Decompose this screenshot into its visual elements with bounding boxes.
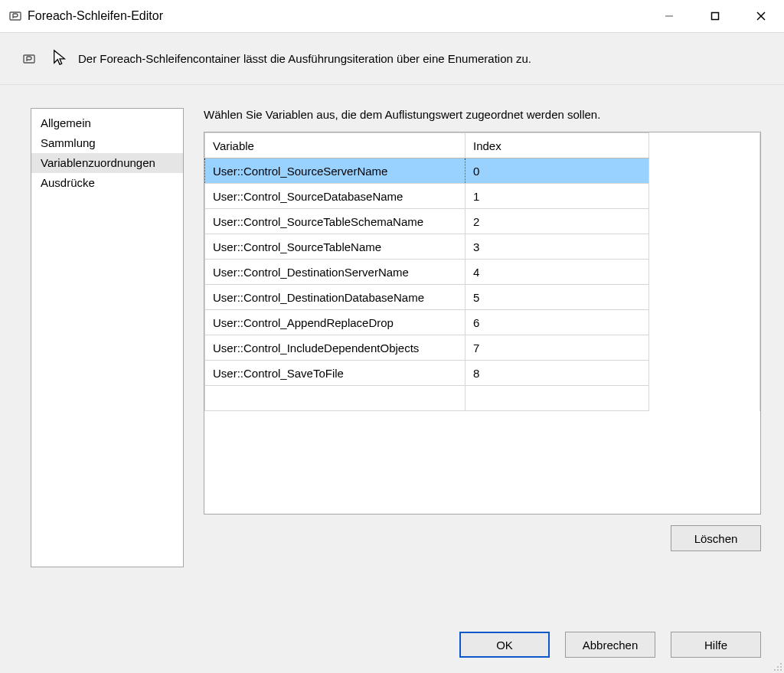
close-button[interactable] (738, 0, 784, 32)
svg-point-7 (777, 666, 779, 668)
padding-cell (649, 260, 760, 285)
titlebar: Foreach-Schleifen-Editor (0, 0, 784, 33)
svg-point-10 (777, 669, 779, 671)
table-row[interactable]: User::Control_IncludeDependentObjects7 (205, 335, 760, 361)
foreach-container-icon (23, 53, 35, 65)
index-cell[interactable]: 3 (466, 234, 649, 260)
index-cell[interactable]: 1 (466, 184, 649, 209)
variable-mapping-panel: Wählen Sie Variablen aus, die dem Auflis… (204, 108, 761, 613)
variable-cell[interactable]: User::Control_DestinationDatabaseName (205, 285, 466, 310)
sidebar-item[interactable]: Ausdrücke (31, 173, 183, 193)
padding-cell (649, 285, 760, 310)
svg-point-11 (780, 669, 782, 671)
column-header-variable[interactable]: Variable (205, 133, 466, 158)
ok-button[interactable]: OK (459, 632, 550, 658)
instruction-text: Wählen Sie Variablen aus, die dem Auflis… (204, 108, 761, 121)
variable-cell[interactable]: User::Control_DestinationServerName (205, 260, 466, 285)
variable-cell[interactable]: User::Control_SourceServerName (205, 158, 466, 184)
dialog-window: Foreach-Schleifen-Editor Der Foreach-Sch… (0, 0, 784, 673)
foreach-container-icon (9, 10, 21, 22)
table-row[interactable]: User::Control_SourceTableSchemaName2 (205, 209, 760, 234)
variable-grid[interactable]: Variable Index User::Control_SourceServe… (204, 132, 761, 515)
variable-cell[interactable]: User::Control_IncludeDependentObjects (205, 335, 466, 361)
padding-cell (649, 209, 760, 234)
padding-cell (649, 310, 760, 335)
padding-cell (649, 184, 760, 209)
index-cell[interactable]: 2 (466, 209, 649, 234)
minimize-button[interactable] (646, 0, 692, 32)
window-title: Foreach-Schleifen-Editor (28, 9, 163, 23)
delete-button[interactable]: Löschen (671, 525, 761, 551)
padding-cell (649, 158, 760, 184)
category-sidebar: AllgemeinSammlungVariablenzuordnungenAus… (31, 108, 184, 567)
index-cell[interactable]: 8 (466, 361, 649, 386)
table-row[interactable]: User::Control_SourceDatabaseName1 (205, 184, 760, 209)
title-controls (646, 0, 784, 32)
variable-cell[interactable]: User::Control_SourceTableSchemaName (205, 209, 466, 234)
help-button[interactable]: Hilfe (671, 632, 761, 658)
variable-cell[interactable]: User::Control_AppendReplaceDrop (205, 310, 466, 335)
column-header-padding (649, 133, 760, 158)
svg-point-9 (774, 669, 776, 671)
dialog-body: AllgemeinSammlungVariablenzuordnungenAus… (0, 85, 784, 673)
padding-cell (649, 234, 760, 260)
description-text: Der Foreach-Schleifencontainer lässt die… (78, 52, 531, 65)
description-strip: Der Foreach-Schleifencontainer lässt die… (0, 33, 784, 85)
sidebar-item[interactable]: Sammlung (31, 133, 183, 153)
maximize-button[interactable] (692, 0, 738, 32)
variable-cell[interactable]: User::Control_SourceDatabaseName (205, 184, 466, 209)
padding-cell (649, 361, 760, 386)
variable-cell[interactable]: User::Control_SaveToFile (205, 361, 466, 386)
dialog-footer: OK Abbrechen Hilfe (31, 613, 761, 658)
index-cell[interactable]: 7 (466, 335, 649, 361)
table-row[interactable]: User::Control_AppendReplaceDrop6 (205, 310, 760, 335)
table-row[interactable]: User::Control_DestinationDatabaseName5 (205, 285, 760, 310)
index-cell[interactable]: 0 (466, 158, 649, 184)
sidebar-item[interactable]: Allgemein (31, 113, 183, 133)
table-row[interactable]: User::Control_SourceTableName3 (205, 234, 760, 260)
sidebar-item[interactable]: Variablenzuordnungen (31, 153, 183, 173)
table-row[interactable]: User::Control_DestinationServerName4 (205, 260, 760, 285)
variable-cell[interactable]: User::Control_SourceTableName (205, 234, 466, 260)
index-cell[interactable]: 6 (466, 310, 649, 335)
svg-point-8 (780, 666, 782, 668)
svg-point-6 (780, 663, 782, 665)
cursor-icon (52, 48, 67, 69)
svg-rect-2 (712, 13, 719, 20)
index-cell[interactable]: 4 (466, 260, 649, 285)
resize-grip-icon[interactable] (772, 661, 782, 671)
table-row[interactable]: User::Control_SourceServerName0 (205, 158, 760, 184)
index-cell[interactable]: 5 (466, 285, 649, 310)
padding-cell (649, 335, 760, 361)
cancel-button[interactable]: Abbrechen (565, 632, 655, 658)
new-row[interactable]: .. (205, 386, 760, 411)
column-header-index[interactable]: Index (466, 133, 649, 158)
table-row[interactable]: User::Control_SaveToFile8 (205, 361, 760, 386)
